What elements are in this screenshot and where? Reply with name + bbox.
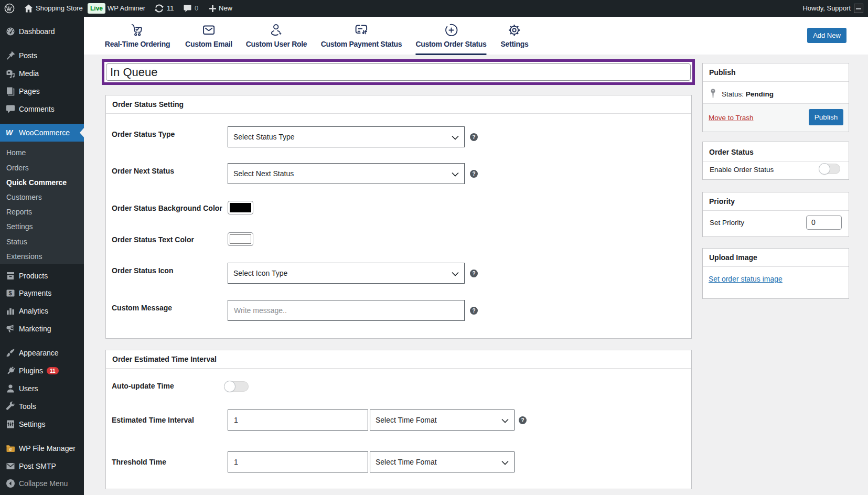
svg-text:W: W	[9, 448, 13, 451]
svg-text:$: $	[9, 290, 12, 296]
svg-text:W: W	[6, 128, 14, 137]
